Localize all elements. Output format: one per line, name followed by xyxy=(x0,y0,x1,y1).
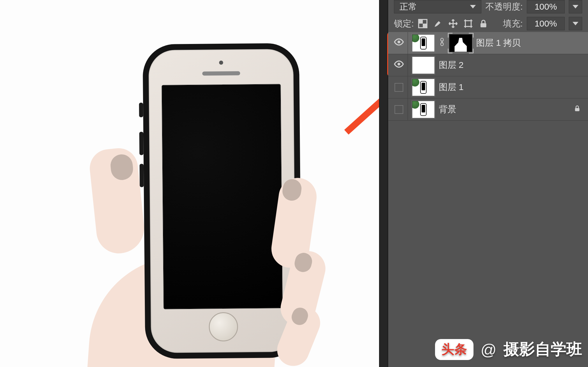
layer-visibility-toggle[interactable] xyxy=(390,54,408,76)
svg-rect-1 xyxy=(419,20,423,24)
layer-name[interactable]: 图层 1 xyxy=(439,81,583,93)
layer-row[interactable]: 背景 xyxy=(388,98,588,121)
svg-rect-2 xyxy=(423,24,427,28)
layer-row[interactable]: 图层 1 xyxy=(388,76,588,98)
lock-icon xyxy=(573,105,583,114)
layer-mask-thumbnail[interactable] xyxy=(449,34,472,52)
svg-point-5 xyxy=(397,40,400,43)
layers-panel: 正常 不透明度: 100% 锁定: xyxy=(388,0,588,367)
fill-field[interactable]: 100% xyxy=(527,17,565,30)
watermark-at: @ xyxy=(480,340,497,359)
fill-label: 填充: xyxy=(503,18,523,30)
blend-mode-select[interactable]: 正常 xyxy=(394,0,481,13)
opacity-field[interactable]: 100% xyxy=(527,0,565,13)
layers-list: 图层 1 拷贝 图层 2 图层 1 xyxy=(388,32,588,367)
link-icon xyxy=(439,38,445,48)
layer-visibility-toggle[interactable] xyxy=(390,76,408,98)
chevron-down-icon xyxy=(573,5,578,8)
layer-thumbnail[interactable] xyxy=(412,101,435,118)
blend-mode-value: 正常 xyxy=(399,1,417,13)
watermark-text: 摄影自学班 xyxy=(504,339,582,360)
layer-thumbnail[interactable] xyxy=(412,57,435,74)
fill-value: 100% xyxy=(535,19,557,29)
transparency-icon[interactable] xyxy=(418,19,428,29)
layer-thumbnail[interactable] xyxy=(412,79,435,96)
annotation-arrow xyxy=(292,12,379,137)
artboard-icon[interactable] xyxy=(463,19,473,29)
blend-opacity-row: 正常 不透明度: 100% xyxy=(388,0,588,15)
layer-name[interactable]: 背景 xyxy=(439,103,569,115)
canvas-scrollbar[interactable] xyxy=(379,0,388,367)
lock-label: 锁定: xyxy=(394,18,414,30)
layer-row[interactable]: 图层 1 拷贝 xyxy=(388,32,588,54)
svg-rect-9 xyxy=(575,108,579,111)
opacity-dropdown[interactable] xyxy=(569,0,582,13)
layer-name[interactable]: 图层 1 拷贝 xyxy=(476,37,583,49)
lock-icon[interactable] xyxy=(478,19,488,29)
layer-row[interactable]: 图层 2 xyxy=(388,54,588,76)
move-icon[interactable] xyxy=(448,19,458,29)
eye-icon xyxy=(394,59,404,71)
watermark: 头条 @ 摄影自学班 xyxy=(435,339,582,360)
chevron-down-icon xyxy=(470,5,476,8)
svg-point-8 xyxy=(397,63,400,66)
brush-icon[interactable] xyxy=(433,19,443,29)
opacity-label: 不透明度: xyxy=(485,1,523,13)
canvas-area[interactable] xyxy=(0,0,379,367)
lock-icon-group xyxy=(418,19,488,29)
lock-fill-row: 锁定: 填充: 100% xyxy=(388,15,588,32)
phone-mockup xyxy=(142,43,302,359)
fill-dropdown[interactable] xyxy=(569,17,582,30)
layer-visibility-toggle[interactable] xyxy=(390,32,408,54)
layer-name[interactable]: 图层 2 xyxy=(439,59,583,71)
visibility-off-icon xyxy=(395,105,403,114)
watermark-badge: 头条 xyxy=(435,339,473,360)
opacity-value: 100% xyxy=(535,2,557,12)
visibility-off-icon xyxy=(395,83,403,92)
chevron-down-icon xyxy=(573,22,578,25)
layer-thumbnail[interactable] xyxy=(412,34,435,52)
layer-visibility-toggle[interactable] xyxy=(390,98,408,120)
svg-rect-3 xyxy=(465,21,471,27)
eye-icon xyxy=(394,37,404,49)
svg-rect-4 xyxy=(480,23,486,27)
